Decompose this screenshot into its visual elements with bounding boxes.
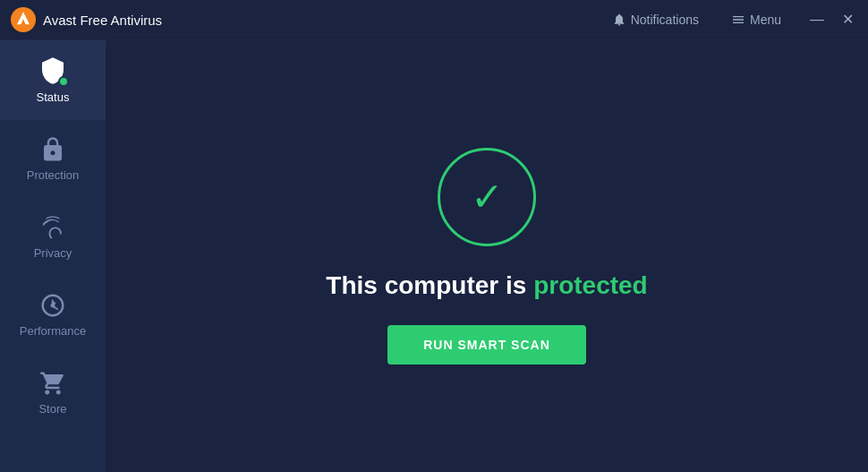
fingerprint-icon [39, 214, 66, 241]
speedometer-icon [39, 292, 66, 319]
sidebar-status-label: Status [37, 90, 70, 104]
sidebar-item-performance[interactable]: Performance [0, 276, 106, 354]
menu-icon [731, 13, 745, 27]
close-button[interactable]: ✕ [838, 11, 857, 29]
window-controls: — ✕ [806, 11, 857, 29]
status-text-highlight: protected [533, 271, 648, 299]
status-icon [38, 56, 67, 85]
bell-icon [612, 13, 626, 27]
store-icon [39, 370, 66, 397]
run-smart-scan-button[interactable]: RUN SMART SCAN [387, 325, 586, 365]
notifications-label: Notifications [631, 13, 699, 27]
menu-button[interactable]: Menu [724, 9, 788, 30]
main-content: ✓ This computer is protected RUN SMART S… [106, 40, 868, 472]
privacy-icon [39, 214, 66, 241]
sidebar-store-label: Store [38, 402, 66, 416]
main-layout: Status Protection Privacy [0, 40, 868, 472]
lock-icon [39, 136, 66, 163]
avast-logo-icon [11, 7, 36, 32]
checkmark-icon: ✓ [471, 177, 504, 217]
sidebar-performance-label: Performance [20, 324, 86, 338]
status-text: This computer is protected [326, 271, 647, 300]
menu-label: Menu [750, 13, 781, 27]
protection-icon [39, 136, 66, 163]
notifications-button[interactable]: Notifications [605, 9, 706, 30]
status-text-main: This computer is [326, 271, 533, 299]
svg-point-0 [11, 7, 36, 32]
status-icon-wrapper [38, 56, 67, 85]
cart-icon [39, 370, 66, 397]
app-title: Avast Free Antivirus [43, 13, 162, 28]
title-bar-left: Avast Free Antivirus [11, 7, 162, 32]
status-green-dot [58, 76, 69, 87]
protection-status-circle: ✓ [438, 148, 536, 246]
sidebar-protection-label: Protection [27, 168, 80, 182]
title-bar: Avast Free Antivirus Notifications Menu … [0, 0, 868, 40]
sidebar-item-store[interactable]: Store [0, 354, 106, 432]
performance-icon [39, 292, 66, 319]
minimize-button[interactable]: — [806, 11, 828, 29]
title-bar-right: Notifications Menu — ✕ [605, 9, 857, 30]
sidebar-privacy-label: Privacy [34, 246, 72, 260]
sidebar-item-protection[interactable]: Protection [0, 120, 106, 198]
sidebar-item-privacy[interactable]: Privacy [0, 198, 106, 276]
sidebar-item-status[interactable]: Status [0, 40, 106, 120]
sidebar: Status Protection Privacy [0, 40, 106, 472]
